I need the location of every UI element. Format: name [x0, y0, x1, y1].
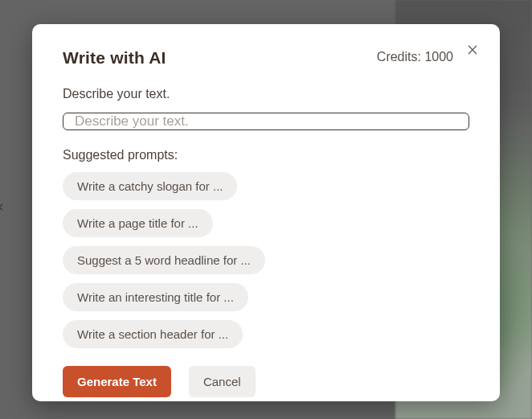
credits-label: Credits: 1000: [377, 50, 453, 64]
close-icon: [466, 43, 479, 60]
suggested-prompt-chip[interactable]: Write a page title for ...: [63, 209, 213, 237]
write-with-ai-modal: Write with AI Credits: 1000 Describe you…: [32, 24, 500, 401]
describe-label: Describe your text.: [63, 87, 469, 101]
cancel-button[interactable]: Cancel: [189, 366, 256, 397]
describe-input[interactable]: [63, 113, 469, 130]
suggested-prompts-list: Write a catchy slogan for ... Write a pa…: [63, 172, 469, 348]
modal-header: Write with AI Credits: 1000: [63, 48, 469, 68]
suggested-prompt-chip[interactable]: Write an interesting title for ...: [63, 283, 248, 311]
suggested-prompt-chip[interactable]: Write a section header for ...: [63, 320, 243, 348]
suggested-prompts-label: Suggested prompts:: [63, 148, 469, 162]
suggested-prompt-chip[interactable]: Write a catchy slogan for ...: [63, 172, 237, 200]
generate-text-button[interactable]: Generate Text: [63, 366, 171, 397]
modal-actions: Generate Text Cancel: [63, 366, 469, 397]
suggested-prompt-chip[interactable]: Suggest a 5 word headline for ...: [63, 246, 265, 274]
modal-title: Write with AI: [63, 48, 166, 68]
close-button[interactable]: [461, 40, 484, 63]
